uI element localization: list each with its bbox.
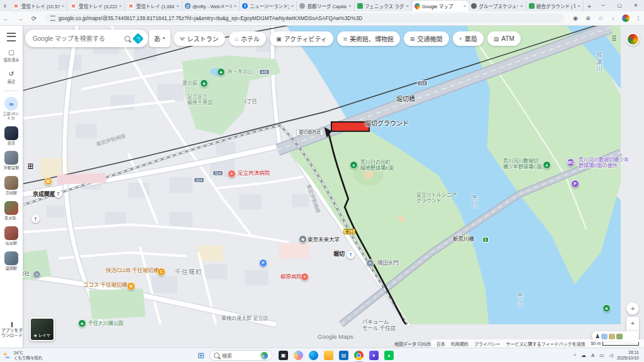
shortcut-label: 東京	[8, 141, 15, 146]
browser-tab[interactable]: M 受信トレイ (10,575) - ×	[10, 1, 67, 11]
clock-date: 2025/10/10	[617, 356, 639, 361]
taskbar-clock[interactable]: 16:11 2025/10/10	[617, 350, 639, 361]
browser-tab[interactable]: f ニュージーランド大使館 ×	[240, 1, 297, 11]
pegman-icon[interactable]: ♟	[595, 333, 600, 339]
sidebar-shortcut[interactable]: ∞ 三菱UFJ.. 5 分	[0, 97, 23, 121]
close-button[interactable]: ✕	[628, 0, 644, 11]
tray-icon[interactable]: ◁	[609, 353, 613, 358]
taskbar-search[interactable]: 検索	[209, 350, 272, 361]
map-canvas[interactable]	[0, 25, 644, 348]
browser-tab[interactable]: Google マップ ×	[412, 1, 469, 11]
imagery-thumbnail[interactable]	[601, 334, 608, 339]
new-tab-button[interactable]: +	[584, 1, 595, 11]
tab-close-icon[interactable]: ×	[291, 3, 294, 9]
category-chip[interactable]: ⊞ 交通機関	[404, 31, 449, 46]
sidebar-shortcut[interactable]: 宇都宮駅	[0, 151, 23, 170]
browser-tab[interactable]: @ @nifty - Webメール ×	[182, 1, 240, 11]
reload-button[interactable]: ⟳	[28, 15, 40, 22]
sidebar-shortcut[interactable]: 高崎駅	[0, 176, 23, 195]
search-icon[interactable]	[125, 36, 130, 41]
taskbar-app-icon[interactable]	[324, 351, 333, 360]
tray-icon[interactable]: ^	[574, 353, 576, 358]
back-button[interactable]: ←	[0, 15, 13, 22]
category-chip[interactable]: π 美術館、博物館	[337, 31, 400, 46]
taskbar-app-icon[interactable]: ●	[384, 351, 394, 360]
browser-tab[interactable]: グループスケジュール グ ×	[469, 1, 526, 11]
maps-search-box[interactable]	[25, 30, 148, 47]
taskbar-app-icon[interactable]	[354, 351, 364, 360]
sidebar-shortcut[interactable]: 東大阪..	[0, 201, 23, 221]
ime-language-button[interactable]: あ▼	[149, 30, 170, 47]
sidebar-shortcut[interactable]: 仙台駅	[0, 226, 23, 246]
taskbar-app-icon[interactable]	[309, 351, 318, 360]
install-icon[interactable]: ⊕	[582, 15, 594, 21]
browser-tab[interactable]: M 受信トレイ (1,668) - ×	[125, 1, 182, 11]
sidebar-item-saved[interactable]: ▢ 保存済み	[0, 50, 23, 63]
taskbar-app-icon[interactable]: ▣	[279, 351, 288, 360]
google-apps-grid-icon[interactable]: ⠿	[611, 35, 616, 43]
sidebar-item-recent[interactable]: ↺ 最近	[0, 71, 23, 84]
site-settings-icon[interactable]	[50, 16, 55, 21]
browser-tab[interactable]: 総合グラウンド | 場.. ×	[526, 1, 584, 11]
maximize-button[interactable]: ▢	[611, 0, 628, 11]
tab-search-caret[interactable]: ∨	[0, 1, 10, 11]
imagery-thumbnail[interactable]	[609, 334, 615, 339]
taskbar-app-icon[interactable]: ♦	[369, 351, 379, 360]
attribution-link[interactable]: 日本	[436, 341, 445, 347]
attribution-link[interactable]: サービスに関するフィードバックを送信	[506, 341, 586, 347]
tab-close-icon[interactable]: ×	[119, 3, 122, 9]
map-attribution: 地図データ ©2025日本利用規約プライバシーサービスに関するフィードバックを送…	[0, 339, 644, 348]
tab-close-icon[interactable]: ×	[464, 3, 467, 9]
tab-close-icon[interactable]: ×	[176, 3, 179, 9]
start-button[interactable]: ⊞	[197, 351, 204, 360]
tray-icon[interactable]: ▭	[599, 353, 604, 358]
tab-close-icon[interactable]: ×	[348, 3, 352, 9]
account-avatar[interactable]	[626, 33, 640, 46]
tray-icon[interactable]: ☁	[581, 353, 586, 358]
tab-close-icon[interactable]: ×	[406, 3, 409, 9]
imagery-thumbnail[interactable]	[616, 334, 623, 339]
browser-menu-icon[interactable]: ⋮	[633, 15, 644, 21]
layers-button[interactable]: ◈ レイヤ	[30, 317, 55, 341]
category-label: ホテル	[241, 34, 260, 43]
taskbar-weather-widget[interactable]: ☀☁ 24°C くもり時々晴れ	[3, 351, 97, 361]
category-chip[interactable]: ▤ ATM	[487, 31, 521, 46]
category-chip[interactable]: ▣ アクティビティ	[270, 31, 333, 46]
browser-tab[interactable]: フェニックス ラグビー | 別 ×	[355, 1, 412, 11]
shortcut-thumbnail	[4, 151, 18, 165]
address-bar[interactable]: google.co.jp/maps/@35.7440817,139.817164…	[45, 13, 565, 23]
taskbar-app-icon[interactable]: ▤	[339, 351, 348, 360]
browser-profile-avatar[interactable]	[622, 14, 630, 22]
attribution-link[interactable]: 地図データ ©2025	[394, 341, 431, 347]
window-controls: ─ ▢ ✕	[595, 0, 644, 11]
minimize-button[interactable]: ─	[595, 0, 611, 11]
sidebar-shortcut[interactable]: 東京	[0, 126, 23, 146]
tray-icon[interactable]: A	[591, 353, 594, 358]
forward-button[interactable]: →	[14, 15, 26, 22]
category-label: レストラン	[187, 34, 219, 43]
tab-close-icon[interactable]: ×	[520, 3, 523, 9]
sidebar-shortcut[interactable]: 盛岡駅	[0, 251, 23, 271]
zoom-in-button[interactable]: +	[626, 317, 639, 331]
category-chip[interactable]: Ψ レストラン	[174, 31, 225, 46]
tab-close-icon[interactable]: ×	[62, 3, 65, 9]
download-icon[interactable]: ↓	[608, 15, 619, 21]
directions-button[interactable]	[132, 33, 143, 44]
menu-icon[interactable]	[7, 33, 16, 41]
bookmark-star-icon[interactable]: ☆	[595, 15, 606, 21]
my-location-button[interactable]: ⌖	[626, 302, 639, 315]
search-input[interactable]	[31, 35, 121, 43]
tab-close-icon[interactable]: ×	[577, 3, 580, 9]
attribution-link[interactable]: プライバシー	[474, 341, 501, 347]
location-pin-icon[interactable]: ◉	[570, 15, 581, 21]
tab-favicon	[471, 3, 477, 9]
attribution-link[interactable]: 利用規約	[451, 341, 469, 347]
app-download-link[interactable]: アプリをダ ウンロード	[1, 317, 23, 339]
category-chip[interactable]: ⌂ ホテル	[229, 31, 266, 46]
browser-tab[interactable]: M 受信トレイ (3,222) - 1 ×	[67, 1, 125, 11]
tab-favicon	[413, 2, 421, 10]
browser-tab[interactable]: 首都リーグ Capital R ×	[297, 1, 354, 11]
taskbar-app-icon[interactable]	[294, 351, 303, 360]
category-chip[interactable]: + 薬局	[453, 31, 484, 46]
tab-close-icon[interactable]: ×	[234, 3, 237, 9]
